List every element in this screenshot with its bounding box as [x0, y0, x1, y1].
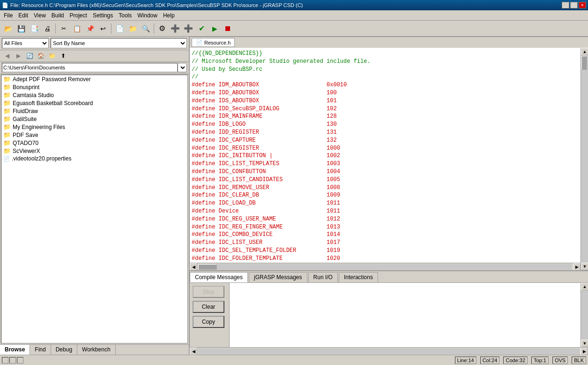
h-scroll-track — [198, 264, 572, 270]
tab-interactions[interactable]: Interactions — [339, 272, 378, 282]
cut-button[interactable]: ✂ — [58, 23, 70, 35]
tab-workbench[interactable]: Workbench — [77, 345, 115, 355]
print-button[interactable]: 🖨 — [41, 23, 53, 35]
status-col: Col:24 — [480, 357, 500, 364]
clear-button[interactable]: Clear — [193, 301, 224, 313]
msg-h-scrollbar: ◀ ▶ — [190, 347, 588, 355]
tab-run-io[interactable]: Run I/O — [308, 272, 338, 282]
menu-edit[interactable]: Edit — [15, 11, 31, 20]
paste-button[interactable]: 📌 — [84, 23, 96, 35]
folder-icon: 📁 — [3, 84, 11, 91]
open-folder-button[interactable]: 📂 — [2, 23, 14, 35]
close-button[interactable]: ✕ — [579, 2, 586, 8]
sort-select[interactable]: Sort By Name — [51, 38, 187, 48]
tab-jgrasp-messages[interactable]: jGRASP Messages — [249, 272, 307, 282]
folder-icon: 📁 — [3, 131, 11, 138]
check-button[interactable]: ✔ — [195, 23, 208, 35]
status-bar: Line:14 Col:24 Code:32 Top:1 OVS BLK — [0, 355, 588, 365]
path-dropdown[interactable]: ▼ — [178, 63, 187, 72]
tab-browse[interactable]: Browse — [0, 345, 30, 355]
tree-item[interactable]: 📁FluidDraw — [1, 107, 187, 115]
tree-item[interactable]: 📄.videotoolz20.properties — [1, 155, 187, 162]
path-bar: C:\Users\Florin\Documents ▼ — [0, 62, 189, 74]
minimize-button[interactable]: _ — [562, 2, 569, 8]
file-tab-resource[interactable]: 📄 Resource.h — [192, 38, 235, 47]
tree-item[interactable]: 📁Eguasoft Basketball Scoreboard — [1, 99, 187, 107]
refresh-button[interactable]: 🔄 — [24, 51, 35, 61]
status-blk: BLK — [572, 357, 586, 364]
message-tabs: Compile Messages jGRASP Messages Run I/O… — [190, 271, 588, 283]
h-scroll-thumb[interactable] — [198, 264, 217, 270]
add-green-button[interactable]: ➕ — [169, 23, 181, 35]
scroll-up-arrow[interactable]: ▲ — [581, 48, 588, 55]
file-filter-select[interactable]: All Files — [2, 38, 49, 48]
save-button[interactable]: 💾 — [15, 23, 27, 35]
folder-icon: 📁 — [3, 76, 11, 83]
tree-item[interactable]: 📁Adept PDF Password Remover — [1, 75, 187, 83]
left-panel: All Files Sort By Name ◀ ▶ 🔄 🏠 📁 ⬆ C:\Us… — [0, 37, 190, 355]
tree-item[interactable]: 📁QTADO70 — [1, 139, 187, 147]
code-content: //{{NO_DEPENDENCIES}} // Microsoft Devel… — [192, 50, 579, 263]
tree-item[interactable]: 📁My Engineering Files — [1, 123, 187, 131]
menu-help[interactable]: Help — [160, 11, 178, 20]
add-blue-button[interactable]: ➕ — [182, 23, 194, 35]
menu-file[interactable]: File — [1, 11, 15, 20]
folder-icon: 📁 — [3, 123, 11, 130]
tab-compile-messages[interactable]: Compile Messages — [190, 272, 248, 282]
save-as-button[interactable]: 📑 — [28, 23, 40, 35]
new-folder-button[interactable]: 📁 — [127, 23, 139, 35]
status-icon1 — [2, 357, 8, 364]
find-button[interactable]: 🔍 — [140, 23, 152, 35]
new-folder-nav-button[interactable]: 📁 — [47, 51, 57, 61]
h-scroll-right-arrow[interactable]: ▶ — [573, 263, 581, 271]
menu-project[interactable]: Project — [67, 11, 90, 20]
scroll-down-arrow[interactable]: ▼ — [581, 263, 588, 270]
up-folder-button[interactable]: ⬆ — [58, 51, 68, 61]
msg-h-scroll-left[interactable]: ◀ — [190, 348, 197, 355]
code-wrapper: //{{NO_DEPENDENCIES}} // Microsoft Devel… — [190, 48, 581, 270]
msg-h-scroll-right[interactable]: ▶ — [581, 348, 588, 355]
menu-settings[interactable]: Settings — [90, 11, 116, 20]
menu-window[interactable]: Window — [134, 11, 160, 20]
stop-button[interactable]: Stop — [193, 286, 224, 298]
tab-debug[interactable]: Debug — [51, 345, 77, 355]
forward-button[interactable]: ▶ — [13, 51, 23, 61]
tree-item[interactable]: 📁PDF Save — [1, 131, 187, 139]
tree-item[interactable]: 📁GalilSuite — [1, 115, 187, 123]
home-button[interactable]: 🏠 — [36, 51, 46, 61]
left-nav-bar: ◀ ▶ 🔄 🏠 📁 ⬆ — [0, 50, 189, 62]
tree-item[interactable]: 📁Camtasia Studio — [1, 91, 187, 99]
msg-scroll-up[interactable]: ▲ — [581, 283, 588, 290]
tab-bar: 📄 Resource.h — [190, 37, 588, 48]
code-area[interactable]: //{{NO_DEPENDENCIES}} // Microsoft Devel… — [190, 48, 581, 263]
menu-view[interactable]: View — [31, 11, 49, 20]
new-file-button[interactable]: 📄 — [113, 23, 126, 35]
h-scrollbar[interactable]: ◀ ▶ — [190, 263, 581, 270]
window-controls[interactable]: _ □ ✕ — [562, 2, 586, 8]
run-button[interactable]: ▶ — [208, 23, 221, 35]
title-text: File: Resource.h C:\Program Files (x86)\… — [10, 2, 562, 8]
back-button[interactable]: ◀ — [2, 51, 12, 61]
v-scrollbar: ▲ ▼ — [581, 48, 588, 270]
stop-toolbar-button[interactable]: ⏹ — [222, 23, 234, 35]
scroll-thumb[interactable] — [581, 56, 587, 70]
maximize-button[interactable]: □ — [570, 2, 578, 8]
tab-find[interactable]: Find — [30, 345, 51, 355]
right-top: //{{NO_DEPENDENCIES}} // Microsoft Devel… — [190, 48, 588, 270]
tree-item[interactable]: 📁ScViewerX — [1, 147, 187, 155]
title-bar: 📄 File: Resource.h C:\Program Files (x86… — [0, 0, 588, 10]
menu-build[interactable]: Build — [49, 11, 67, 20]
menu-tools[interactable]: Tools — [116, 11, 134, 20]
copy-button[interactable]: Copy — [193, 316, 224, 328]
message-output[interactable] — [230, 283, 581, 347]
folder-icon: 📁 — [3, 91, 11, 99]
undo-button[interactable]: ↩ — [97, 23, 109, 35]
path-input[interactable]: C:\Users\Florin\Documents — [2, 63, 178, 72]
gear-icon[interactable]: ⚙ — [156, 23, 168, 35]
menu-bar: File Edit View Build Project Settings To… — [0, 10, 588, 21]
h-scroll-left-arrow[interactable]: ◀ — [190, 263, 197, 271]
copy-toolbar-button[interactable]: 📋 — [71, 23, 83, 35]
msg-scroll-down[interactable]: ▼ — [581, 340, 588, 347]
tree-item[interactable]: 📁Bonusprint — [1, 83, 187, 91]
file-tree: 📁Adept PDF Password Remover📁Bonusprint📁C… — [1, 75, 188, 343]
